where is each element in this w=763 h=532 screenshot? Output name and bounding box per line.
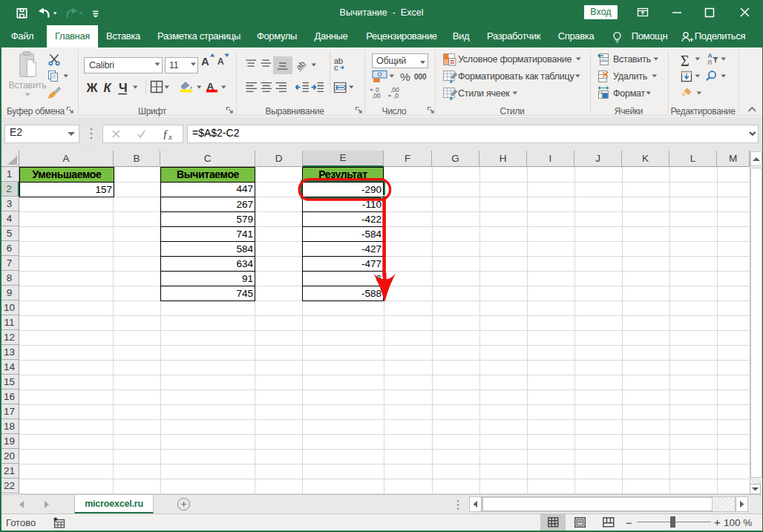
svg-text:К: К — [104, 81, 113, 94]
svg-text:,0: ,0 — [393, 92, 399, 99]
svg-text:%: % — [400, 70, 410, 83]
svg-text:А: А — [201, 55, 209, 68]
svg-text:Я: Я — [707, 59, 712, 66]
svg-text:x: x — [168, 132, 172, 139]
svg-text:Ч: Ч — [119, 81, 128, 94]
svg-text:000: 000 — [414, 73, 427, 81]
svg-text:c: c — [334, 63, 338, 72]
svg-text:,00: ,00 — [372, 92, 381, 99]
svg-text:ab: ab — [294, 59, 307, 71]
svg-text:А: А — [217, 56, 224, 67]
svg-text:Σ: Σ — [681, 53, 690, 69]
svg-text:f: f — [163, 129, 168, 139]
svg-text:Ж: Ж — [86, 81, 98, 94]
